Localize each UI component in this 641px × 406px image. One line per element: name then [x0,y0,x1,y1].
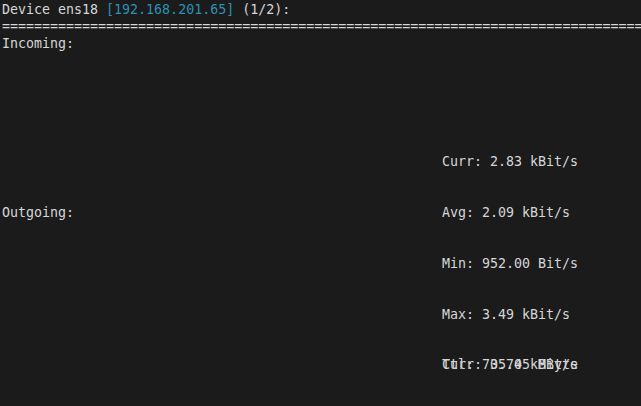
incoming-min-row: Min:952.00 Bit/s [442,256,578,273]
device-ip: [192.168.201.65] [106,2,234,17]
stat-value-min: 952.00 Bit/s [482,256,578,271]
device-label: Device ens18 [2,2,106,17]
separator-line: ========================================… [2,19,641,36]
stat-value-curr: 2.83 kBit/s [490,154,578,169]
stat-label-curr: Curr: [442,357,482,372]
outgoing-stats: Curr:3.70 kBit/s Avg:2.34 kBit/s Min:1.8… [442,324,578,406]
stat-value-avg: 2.09 kBit/s [482,205,570,220]
incoming-max-row: Max:3.49 kBit/s [442,307,578,324]
stat-label-max: Max: [442,307,474,322]
stat-label-avg: Avg: [442,205,474,220]
stat-value-curr: 3.70 kBit/s [490,357,578,372]
stat-value-max: 3.49 kBit/s [482,307,570,322]
stat-label-curr: Curr: [442,154,482,169]
incoming-curr-row: Curr:2.83 kBit/s [442,154,578,171]
stat-label-min: Min: [442,256,474,271]
incoming-avg-row: Avg:2.09 kBit/s [442,205,578,222]
outgoing-section-label: Outgoing: [2,205,74,222]
device-header: Device ens18 [192.168.201.65] (1/2): [2,2,290,19]
incoming-section-label: Incoming: [2,36,74,53]
terminal-screen[interactable]: Device ens18 [192.168.201.65] (1/2): ===… [0,0,641,406]
page-indicator: (1/2): [234,2,290,17]
outgoing-curr-row: Curr:3.70 kBit/s [442,357,578,374]
